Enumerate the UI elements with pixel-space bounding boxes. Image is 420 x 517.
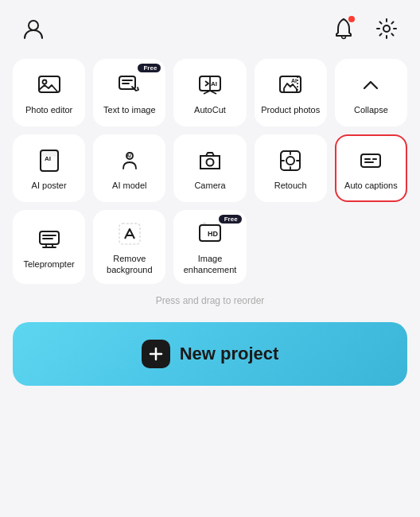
grid-label-autocut: AutoCut <box>194 104 226 115</box>
grid-label-image-enhancement: Image enhancement <box>177 253 243 276</box>
grid-label-collapse: Collapse <box>354 104 388 115</box>
svg-rect-18 <box>119 224 140 244</box>
grid-item-ai-model[interactable]: AI AI model <box>93 134 165 202</box>
new-project-label: New project <box>180 344 279 364</box>
header <box>0 0 420 51</box>
grid-item-autocut[interactable]: AI AutoCut <box>173 59 246 126</box>
grid-item-auto-captions[interactable]: Auto captions <box>335 134 407 202</box>
grid-item-collapse[interactable]: Collapse <box>335 59 407 126</box>
svg-text:HD: HD <box>208 230 218 238</box>
grid-item-camera[interactable]: Camera <box>173 134 246 202</box>
grid-item-image-enhancement[interactable]: Free HD Image enhancement <box>173 210 246 284</box>
grid-item-retouch[interactable]: Retouch <box>255 134 327 202</box>
new-project-button[interactable]: New project <box>13 322 407 386</box>
grid-label-retouch: Retouch <box>274 180 307 191</box>
grid-item-text-to-image[interactable]: Free Text to image <box>93 59 165 126</box>
notification-dot <box>348 16 355 22</box>
user-avatar-button[interactable] <box>19 14 48 43</box>
svg-rect-17 <box>40 231 59 244</box>
svg-rect-11 <box>41 150 58 157</box>
svg-text:AI: AI <box>211 80 217 87</box>
settings-button[interactable] <box>372 14 401 43</box>
grid-item-teleprompter[interactable]: Teleprompter <box>13 210 85 284</box>
grid-label-ai-poster: AI poster <box>32 180 67 191</box>
svg-text:AI: AI <box>291 78 297 84</box>
tools-grid: Photo editor Free Text to image AI AutoC… <box>0 51 420 292</box>
free-badge-text-to-image: Free <box>138 64 161 72</box>
grid-label-camera: Camera <box>194 180 225 191</box>
svg-text:AI: AI <box>126 154 131 158</box>
grid-item-remove-background[interactable]: Remove background <box>93 210 165 284</box>
svg-point-15 <box>286 157 294 165</box>
grid-item-ai-poster[interactable]: AI AI poster <box>13 134 85 202</box>
grid-label-product-photos: Product photos <box>261 104 320 115</box>
plus-icon <box>142 340 170 368</box>
svg-rect-16 <box>361 154 380 167</box>
grid-item-photo-editor[interactable]: Photo editor <box>13 59 85 126</box>
notification-button[interactable] <box>329 14 358 43</box>
grid-label-teleprompter: Teleprompter <box>23 258 74 270</box>
svg-point-0 <box>29 21 38 30</box>
grid-label-auto-captions: Auto captions <box>344 180 398 191</box>
grid-label-text-to-image: Text to image <box>103 104 155 115</box>
drag-hint: Press and drag to reorder <box>0 292 420 316</box>
grid-item-product-photos[interactable]: AI Product photos <box>255 59 327 126</box>
svg-point-1 <box>383 25 390 32</box>
grid-label-photo-editor: Photo editor <box>25 104 72 115</box>
svg-point-13 <box>206 159 213 166</box>
svg-point-3 <box>42 80 46 84</box>
grid-label-ai-model: AI model <box>112 180 146 191</box>
grid-label-remove-background: Remove background <box>96 253 162 276</box>
free-badge-image-enhancement: Free <box>219 215 242 224</box>
header-actions <box>329 14 401 43</box>
